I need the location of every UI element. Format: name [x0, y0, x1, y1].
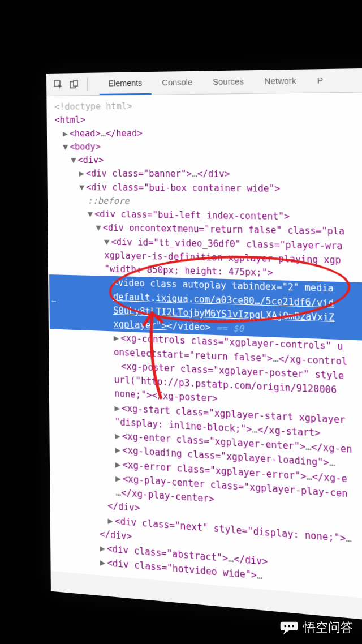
watermark-logo-icon [279, 620, 299, 636]
expand-arrow-icon[interactable]: ▶ [100, 556, 107, 570]
tab-network[interactable]: Network [255, 70, 307, 93]
watermark-text: 悟空问答 [303, 619, 353, 636]
expand-arrow-icon[interactable]: ▶ [114, 332, 121, 346]
collapse-arrow-icon[interactable]: ▼ [104, 235, 111, 248]
expand-arrow-icon[interactable]: ▶ [100, 542, 107, 556]
expand-arrow-icon[interactable]: ▶ [63, 127, 70, 141]
collapse-arrow-icon[interactable]: ▼ [88, 208, 95, 221]
collapse-arrow-icon[interactable]: ▼ [63, 140, 70, 154]
tab-sources[interactable]: Sources [203, 71, 254, 94]
expand-arrow-icon[interactable]: ▶ [115, 457, 123, 472]
expand-arrow-icon[interactable]: ▶ [115, 443, 122, 458]
collapse-arrow-icon[interactable]: ▼ [96, 221, 103, 235]
tab-more[interactable]: P [307, 69, 334, 92]
dom-node[interactable]: <!doctype html> [49, 96, 362, 114]
inspect-element-icon[interactable] [52, 78, 64, 91]
toolbar-divider [87, 78, 88, 90]
devtools-tabs: Elements Console Sources Network P [99, 69, 333, 95]
tab-console[interactable]: Console [153, 71, 202, 94]
dom-node[interactable]: ▼<div> [49, 154, 362, 169]
expand-arrow-icon[interactable]: ▶ [107, 513, 115, 528]
collapse-arrow-icon[interactable]: ▼ [79, 181, 86, 194]
collapse-arrow-icon[interactable]: ▼ [71, 154, 77, 168]
device-toggle-icon[interactable] [68, 78, 80, 91]
svg-point-5 [292, 625, 294, 628]
dom-node[interactable]: ▶<head>…</head> [49, 125, 362, 140]
expand-arrow-icon[interactable]: ▶ [115, 471, 123, 486]
dom-tree[interactable]: <!doctype html> <html> ▶<head>…</head> ▼… [46, 91, 362, 609]
expand-arrow-icon[interactable]: ▶ [115, 429, 122, 444]
dom-node[interactable]: ▼<body> [49, 139, 362, 154]
svg-rect-2 [74, 80, 77, 86]
devtools-window: Elements Console Sources Network P <!doc… [46, 67, 362, 632]
watermark: 悟空问答 [279, 619, 353, 636]
svg-point-4 [288, 625, 290, 628]
svg-point-3 [284, 625, 286, 628]
tab-elements[interactable]: Elements [99, 72, 152, 95]
expand-arrow-icon[interactable]: ▶ [79, 167, 86, 181]
expand-arrow-icon[interactable]: ▶ [114, 401, 122, 415]
dom-node[interactable]: <html> [49, 110, 362, 127]
devtools-toolbar: Elements Console Sources Network P [46, 67, 362, 96]
